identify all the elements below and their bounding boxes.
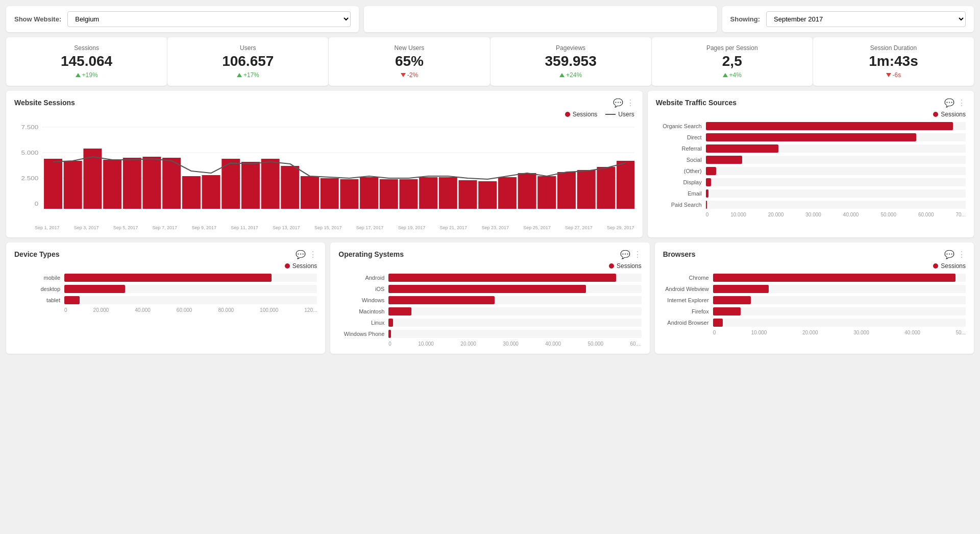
- stat-value: 106.657: [173, 54, 323, 69]
- axis-label: 30.000: [503, 341, 519, 347]
- hbar-track: [388, 285, 641, 293]
- device-more-icon[interactable]: ⋮: [309, 250, 317, 259]
- device-types-card: Device Types 💬 ⋮ Sessions mobiledesktopt…: [6, 242, 325, 354]
- x-label-6: Sep 13, 2017: [273, 225, 300, 230]
- traffic-legend: Sessions: [656, 111, 966, 118]
- bar-6: [162, 158, 181, 209]
- axis-label: 70...: [955, 212, 965, 217]
- os-legend-sessions: Sessions: [617, 262, 642, 270]
- axis-label: 60.000: [177, 307, 192, 313]
- hbar-track: [706, 122, 966, 130]
- hbar-row: Linux: [338, 319, 641, 327]
- bar-3: [103, 160, 121, 209]
- bar-19: [419, 177, 437, 209]
- bar-18: [399, 179, 418, 209]
- stat-change: -2%: [334, 71, 484, 79]
- x-label-1: Sep 3, 2017: [74, 225, 99, 230]
- x-label-2: Sep 5, 2017: [113, 225, 138, 230]
- bar-16: [360, 177, 378, 209]
- hbar-fill: [706, 156, 742, 164]
- axis-label: 40.000: [843, 212, 859, 217]
- stat-label: Users: [173, 44, 323, 52]
- sessions-svg: 7.500 5.000 2.500 0: [14, 122, 634, 224]
- website-select[interactable]: Belgium Netherlands France Germany: [67, 11, 351, 27]
- hbar-label: Linux: [338, 320, 384, 326]
- x-label-11: Sep 23, 2017: [481, 225, 509, 230]
- stat-change-text: +17%: [243, 71, 259, 79]
- stat-change: +24%: [496, 71, 646, 79]
- hbar-fill: [64, 285, 125, 293]
- hbar-label: Windows Phone: [338, 331, 384, 337]
- hbar-fill: [713, 307, 741, 315]
- hbar-label: desktop: [14, 286, 60, 292]
- bar-10: [241, 162, 260, 209]
- hbar-fill: [388, 319, 393, 327]
- hbar-track: [64, 285, 317, 293]
- os-comment-icon[interactable]: 💬: [620, 250, 630, 259]
- browsers-comment-icon[interactable]: 💬: [944, 250, 954, 259]
- hbar-fill: [713, 319, 723, 327]
- up-arrow-icon: [559, 73, 565, 77]
- axis-label: 0: [706, 212, 709, 217]
- bar-29: [617, 161, 634, 209]
- hbar-fill: [388, 285, 585, 293]
- bar-15: [340, 179, 358, 209]
- hbar-row: Android: [338, 274, 641, 282]
- device-comment-icon[interactable]: 💬: [296, 250, 306, 259]
- showing-select[interactable]: September 2017 August 2017 July 2017 Oct…: [766, 11, 966, 27]
- os-legend: Sessions: [338, 262, 641, 270]
- svg-text:7.500: 7.500: [21, 125, 39, 131]
- browsers-card: Browsers 💬 ⋮ Sessions ChromeAndroid Webv…: [655, 242, 974, 354]
- bar-22: [478, 181, 497, 209]
- hbar-label: Windows: [338, 297, 384, 303]
- stat-label: Sessions: [11, 44, 162, 52]
- hbar-label: mobile: [14, 275, 60, 281]
- showing-filter-label: Showing:: [730, 15, 761, 23]
- sessions-comment-icon[interactable]: 💬: [613, 98, 623, 108]
- traffic-more-icon[interactable]: ⋮: [958, 98, 966, 108]
- website-filter-card: Show Website: Belgium Netherlands France…: [6, 6, 359, 32]
- stat-change-text: -6s: [893, 71, 901, 79]
- bar-11: [261, 159, 280, 209]
- sessions-chart-card: Website Sessions 💬 ⋮ Sessions Users: [6, 91, 643, 237]
- filter-spacer: [364, 6, 717, 32]
- bar-5: [142, 157, 161, 209]
- traffic-comment-icon[interactable]: 💬: [944, 98, 954, 108]
- hbar-fill: [706, 178, 711, 186]
- browsers-legend: Sessions: [663, 262, 966, 270]
- sessions-legend-users: Users: [618, 111, 634, 118]
- device-legend-sessions: Sessions: [292, 262, 317, 270]
- hbar-row: tablet: [14, 296, 317, 304]
- up-arrow-icon: [723, 73, 728, 77]
- hbar-track: [713, 274, 966, 282]
- sessions-more-icon[interactable]: ⋮: [626, 98, 634, 108]
- axis-label: 50.000: [880, 212, 896, 217]
- axis-label: 80.000: [218, 307, 234, 313]
- hbar-row: (Other): [656, 167, 966, 175]
- hbar-fill: [64, 274, 272, 282]
- hbar-row: Display: [656, 178, 966, 186]
- hbar-track: [706, 189, 966, 198]
- bar-26: [557, 172, 576, 209]
- bar-13: [301, 176, 319, 209]
- axis-label: 20.000: [768, 212, 784, 217]
- axis-label: 100.000: [260, 307, 278, 313]
- hbar-label: Organic Search: [656, 123, 702, 129]
- axis-label: 60....: [630, 341, 641, 347]
- stat-change: +19%: [11, 71, 162, 79]
- hbar-label: Android Webview: [663, 286, 709, 292]
- x-label-14: Sep 29, 2017: [607, 225, 634, 230]
- x-label-5: Sep 11, 2017: [231, 225, 258, 230]
- stat-card-pageviews: Pageviews359.953+24%: [491, 37, 651, 86]
- device-legend: Sessions: [14, 262, 317, 270]
- svg-text:0: 0: [35, 201, 39, 207]
- hbar-fill: [713, 296, 751, 304]
- axis-label: 40.000: [545, 341, 561, 347]
- os-more-icon[interactable]: ⋮: [633, 250, 642, 259]
- hbar-track: [706, 133, 966, 141]
- bar-8: [202, 175, 220, 209]
- hbar-row: Internet Explorer: [663, 296, 966, 304]
- browsers-more-icon[interactable]: ⋮: [958, 250, 966, 259]
- bar-28: [597, 167, 615, 209]
- stat-card-session-duration: Session Duration1m:43s-6s: [813, 37, 974, 86]
